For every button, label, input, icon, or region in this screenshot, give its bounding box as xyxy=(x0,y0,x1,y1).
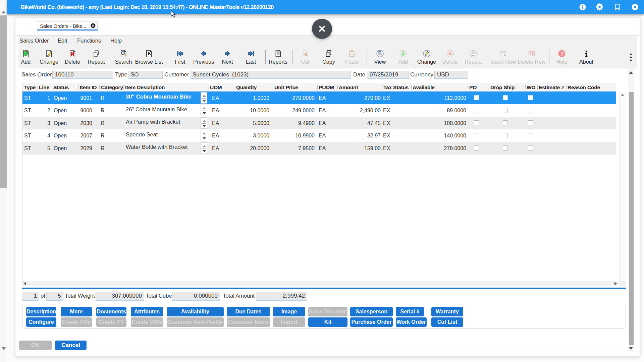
svg-text:?: ? xyxy=(560,51,564,57)
svg-text:B: B xyxy=(148,51,151,56)
